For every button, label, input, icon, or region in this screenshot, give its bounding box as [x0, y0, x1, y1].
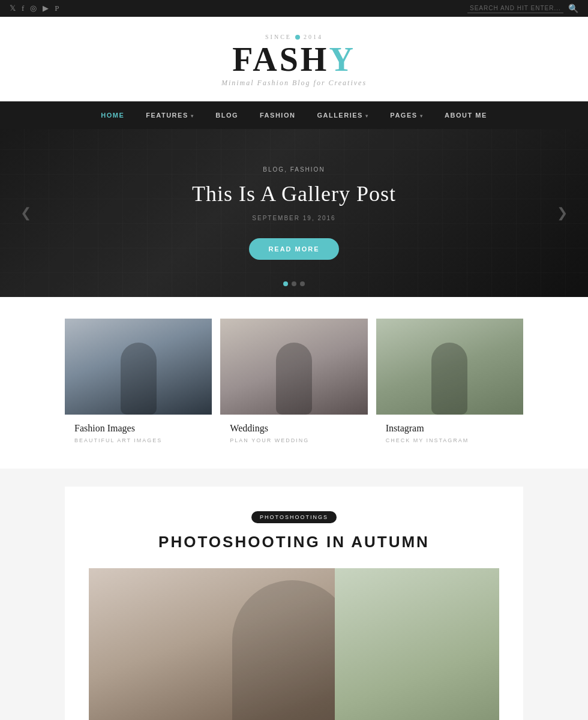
nav-link-about[interactable]: ABOUT ME	[445, 112, 487, 119]
gallery-image-fashion	[65, 319, 212, 415]
gallery-card-title-instagram: Instagram	[386, 423, 514, 434]
search-input[interactable]	[467, 4, 563, 13]
facebook-icon[interactable]: f	[22, 4, 24, 13]
hero-date: SEPTEMBER 19, 2016	[192, 215, 396, 221]
dribbble-icon[interactable]: ◎	[30, 4, 37, 13]
logo-since: SINCE 2014	[0, 34, 588, 40]
gallery-section: Fashion Images BEAUTIFUL ART IMAGES Wedd…	[0, 297, 588, 469]
gallery-image-instagram	[376, 319, 523, 415]
main-nav: HOME FEATURES▾ BLOG FASHION GALLERIES▾ P…	[0, 101, 588, 129]
site-logo[interactable]: FASHY	[0, 43, 588, 76]
pinterest-icon[interactable]: P	[55, 4, 59, 13]
since-year: 2014	[304, 34, 323, 40]
gallery-card-instagram[interactable]: Instagram CHECK MY INSTAGRAM	[376, 319, 523, 451]
nav-item-home[interactable]: HOME	[90, 101, 135, 129]
hero-prev-arrow[interactable]: ❮	[12, 199, 40, 227]
logo-text-main: FASH	[232, 41, 329, 78]
hero-read-more-button[interactable]: READ MORE	[249, 238, 338, 260]
hero-category: BLOG, FASHION	[192, 166, 396, 173]
post-tag[interactable]: PHOTOSHOOTINGS	[251, 511, 337, 523]
nav-link-blog[interactable]: BLOG	[215, 112, 238, 119]
hero-dot-1[interactable]	[283, 281, 288, 286]
hero-content: BLOG, FASHION This Is A Gallery Post SEP…	[180, 136, 408, 290]
site-tagline: Minimal Fashion Blog for Creatives	[0, 79, 588, 88]
nav-link-features[interactable]: FEATURES▾	[146, 112, 194, 119]
social-icons: 𝕏 f ◎ ▶ P	[10, 4, 59, 13]
nav-link-home[interactable]: HOME	[101, 112, 124, 119]
nav-link-pages[interactable]: PAGES▾	[390, 112, 423, 119]
search-button[interactable]: 🔍	[568, 4, 578, 13]
vimeo-icon[interactable]: ▶	[43, 4, 49, 13]
post-card: PHOTOSHOOTINGS PHOTOSHOOTING IN AUTUMN	[65, 487, 523, 720]
gallery-card-title-fashion: Fashion Images	[74, 423, 202, 434]
post-featured-image	[89, 568, 499, 720]
top-bar: 𝕏 f ◎ ▶ P 🔍	[0, 0, 588, 17]
nav-item-features[interactable]: FEATURES▾	[135, 101, 205, 129]
site-header: SINCE 2014 FASHY Minimal Fashion Blog fo…	[0, 17, 588, 101]
nav-item-pages[interactable]: PAGES▾	[379, 101, 434, 129]
nav-item-blog[interactable]: BLOG	[205, 101, 249, 129]
since-label: SINCE	[265, 34, 292, 40]
hero-section: ❮ BLOG, FASHION This Is A Gallery Post S…	[0, 129, 588, 297]
post-title: PHOTOSHOOTING IN AUTUMN	[89, 533, 499, 551]
hero-title: This Is A Gallery Post	[192, 181, 396, 206]
nav-item-about[interactable]: ABOUT ME	[434, 101, 498, 129]
gallery-card-sub-instagram: CHECK MY INSTAGRAM	[386, 437, 514, 443]
since-dot	[295, 35, 300, 40]
post-header: PHOTOSHOOTINGS PHOTOSHOOTING IN AUTUMN	[89, 511, 499, 551]
twitter-icon[interactable]: 𝕏	[10, 4, 16, 13]
nav-list: HOME FEATURES▾ BLOG FASHION GALLERIES▾ P…	[90, 101, 497, 129]
hero-dot-2[interactable]	[292, 281, 296, 286]
gallery-card-weddings[interactable]: Weddings PLAN YOUR WEDDING	[220, 319, 367, 451]
search-area: 🔍	[467, 4, 578, 13]
hero-next-arrow[interactable]: ❯	[548, 199, 576, 227]
nav-item-fashion[interactable]: FASHION	[249, 101, 306, 129]
gallery-card-sub-weddings: PLAN YOUR WEDDING	[230, 437, 358, 443]
gallery-card-sub-fashion: BEAUTIFUL ART IMAGES	[74, 437, 202, 443]
gallery-grid: Fashion Images BEAUTIFUL ART IMAGES Wedd…	[0, 319, 588, 451]
gallery-card-title-weddings: Weddings	[230, 423, 358, 434]
gallery-card-info-instagram: Instagram CHECK MY INSTAGRAM	[376, 415, 523, 451]
nav-link-fashion[interactable]: FASHION	[260, 112, 295, 119]
nav-item-galleries[interactable]: GALLERIES▾	[306, 101, 379, 129]
gallery-card-info-fashion: Fashion Images BEAUTIFUL ART IMAGES	[65, 415, 212, 451]
nav-link-galleries[interactable]: GALLERIES▾	[317, 112, 368, 119]
hero-dots	[283, 281, 305, 286]
gallery-card-info-weddings: Weddings PLAN YOUR WEDDING	[220, 415, 367, 451]
gallery-card-fashion[interactable]: Fashion Images BEAUTIFUL ART IMAGES	[65, 319, 212, 451]
hero-dot-3[interactable]	[300, 281, 305, 286]
logo-accent-letter: Y	[329, 41, 355, 78]
gallery-image-weddings	[220, 319, 367, 415]
post-section: PHOTOSHOOTINGS PHOTOSHOOTING IN AUTUMN	[0, 469, 588, 720]
